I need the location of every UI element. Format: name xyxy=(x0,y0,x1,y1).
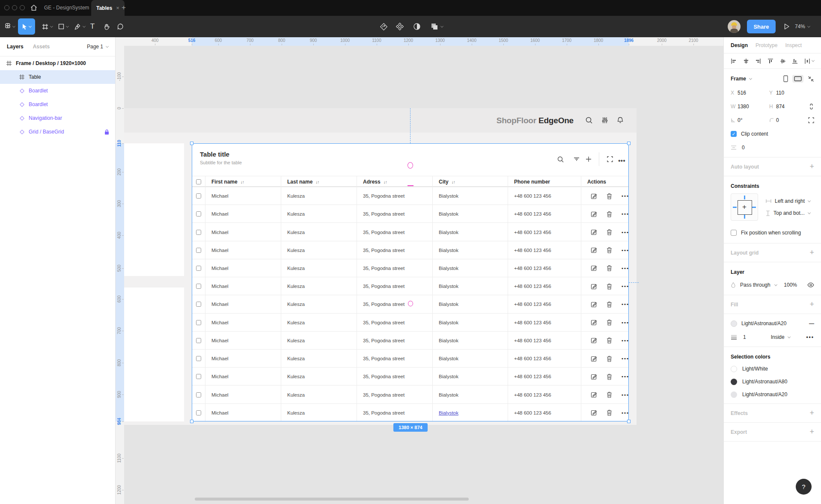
pen-tool-button[interactable] xyxy=(72,16,87,37)
table-row[interactable]: MichaelKulesza35, Pogodna streetBialysto… xyxy=(192,368,628,385)
remove-stroke-icon[interactable]: — xyxy=(809,320,814,326)
present-button[interactable] xyxy=(781,16,792,37)
edit-icon[interactable] xyxy=(591,337,597,344)
navbar-bell-icon[interactable] xyxy=(616,116,624,124)
row-more-icon[interactable]: ••• xyxy=(622,392,629,397)
selection-handle-nw[interactable] xyxy=(190,142,193,145)
table-row[interactable]: MichaelKulesza35, Pogodna streetBialysto… xyxy=(192,205,628,223)
reset-instance-button[interactable] xyxy=(378,16,389,37)
delete-icon[interactable] xyxy=(607,391,612,398)
main-menu-button[interactable] xyxy=(3,16,17,37)
mask-button[interactable] xyxy=(412,16,422,37)
row-more-icon[interactable]: ••• xyxy=(622,320,629,325)
delete-icon[interactable] xyxy=(607,374,612,380)
edit-icon[interactable] xyxy=(591,409,597,416)
blend-mode-dropdown[interactable]: Pass through xyxy=(740,282,770,288)
edit-icon[interactable] xyxy=(591,193,597,199)
tab-ge-designsystem[interactable]: GE - DesignSystem xyxy=(44,0,89,16)
table-filter-icon[interactable] xyxy=(573,156,580,163)
delete-icon[interactable] xyxy=(607,229,612,235)
delete-icon[interactable] xyxy=(607,247,612,253)
traffic-light-close[interactable] xyxy=(4,5,9,10)
table-expand-icon[interactable] xyxy=(607,156,613,163)
delete-icon[interactable] xyxy=(607,356,612,362)
layer-item-navigation-bar[interactable]: Navigation-bar xyxy=(0,111,115,125)
align-vertical-center-icon[interactable] xyxy=(780,58,786,64)
tab-design[interactable]: Design xyxy=(731,42,748,48)
move-tool-button[interactable] xyxy=(18,18,35,35)
row-more-icon[interactable]: ••• xyxy=(622,338,629,343)
create-component-button[interactable] xyxy=(395,16,405,37)
frame-type-dropdown[interactable]: Frame xyxy=(731,76,746,82)
edit-icon[interactable] xyxy=(591,391,597,398)
column-header-actions[interactable]: Actions xyxy=(581,176,629,187)
column-header-first-name[interactable]: First name↓↑ xyxy=(205,176,281,187)
delete-icon[interactable] xyxy=(607,193,612,199)
x-input[interactable]: 516 xyxy=(738,90,769,96)
canvas[interactable]: ShopFloor EdgeOne Table title Subtitle f… xyxy=(116,37,723,504)
align-horizontal-center-icon[interactable] xyxy=(743,58,749,64)
navbar-filters-icon[interactable] xyxy=(601,116,609,124)
boardlet-left-top[interactable] xyxy=(124,143,184,276)
edit-icon[interactable] xyxy=(591,319,597,326)
add-auto-layout-icon[interactable]: + xyxy=(809,162,814,171)
collapse-icon[interactable] xyxy=(808,76,814,82)
boolean-groups-button[interactable] xyxy=(428,16,445,37)
color-swatch[interactable] xyxy=(731,391,737,398)
boardlet-left-bottom[interactable] xyxy=(124,288,184,421)
color-swatch[interactable] xyxy=(731,379,737,385)
navbar-search-icon[interactable] xyxy=(585,116,593,124)
hand-tool-button[interactable] xyxy=(101,16,112,37)
rotation-input[interactable]: 0° xyxy=(738,117,769,123)
table-row[interactable]: MichaelKulesza35, Pogodna streetBialysto… xyxy=(192,314,628,332)
selection-handle-ne[interactable] xyxy=(627,142,631,145)
row-more-icon[interactable]: ••• xyxy=(622,284,629,289)
delete-icon[interactable] xyxy=(607,283,612,290)
distribute-icon[interactable] xyxy=(804,58,814,64)
edit-icon[interactable] xyxy=(591,374,597,380)
align-bottom-icon[interactable] xyxy=(792,58,798,64)
vertical-constraint-dropdown[interactable]: Top and bot... xyxy=(766,210,810,216)
edit-icon[interactable] xyxy=(591,283,597,290)
corner-radius-input[interactable]: 0 xyxy=(776,117,808,123)
row-more-icon[interactable]: ••• xyxy=(622,211,629,216)
align-right-icon[interactable] xyxy=(755,58,761,64)
text-tool-button[interactable]: T xyxy=(87,16,98,37)
add-effect-icon[interactable]: + xyxy=(809,409,814,418)
delete-icon[interactable] xyxy=(607,265,612,271)
row-checkbox[interactable] xyxy=(196,356,201,361)
row-checkbox[interactable] xyxy=(196,230,201,235)
tab-prototype[interactable]: Prototype xyxy=(756,42,777,48)
delete-icon[interactable] xyxy=(607,409,612,416)
selection-handle-sw[interactable] xyxy=(190,420,193,423)
row-more-icon[interactable]: ••• xyxy=(622,193,629,199)
delete-icon[interactable] xyxy=(607,301,612,308)
sort-icon[interactable]: ↓↑ xyxy=(315,180,319,184)
row-more-icon[interactable]: ••• xyxy=(622,356,629,361)
row-checkbox[interactable] xyxy=(196,193,201,199)
layer-item-table[interactable]: Table xyxy=(0,70,115,84)
tab-inspect[interactable]: Inspect xyxy=(785,42,802,48)
row-more-icon[interactable]: ••• xyxy=(622,374,629,379)
edit-icon[interactable] xyxy=(591,211,597,217)
stroke-color-swatch[interactable] xyxy=(731,320,737,327)
table-row[interactable]: MichaelKulesza35, Pogodna streetBialysto… xyxy=(192,404,628,422)
row-checkbox[interactable] xyxy=(196,410,201,415)
stroke-align-dropdown[interactable]: Inside xyxy=(771,334,790,340)
row-checkbox[interactable] xyxy=(196,392,201,397)
chevron-down-icon[interactable] xyxy=(749,77,752,80)
add-export-icon[interactable]: + xyxy=(809,427,814,436)
table-row[interactable]: MichaelKulesza35, Pogodna streetBialysto… xyxy=(192,223,628,241)
row-checkbox[interactable] xyxy=(196,320,201,325)
column-header-city[interactable]: City↓↑ xyxy=(432,176,508,187)
column-header-last-name[interactable]: Last name↓↑ xyxy=(281,176,357,187)
select-all-checkbox[interactable] xyxy=(196,179,201,184)
table-search-icon[interactable] xyxy=(557,156,564,163)
avatar[interactable] xyxy=(728,20,741,33)
visibility-eye-icon[interactable] xyxy=(807,282,814,288)
y-input[interactable]: 110 xyxy=(776,90,808,96)
table-row[interactable]: MichaelKulesza35, Pogodna streetBialysto… xyxy=(192,332,628,350)
add-fill-icon[interactable]: + xyxy=(809,300,814,309)
zoom-control[interactable]: 74% xyxy=(795,16,810,37)
column-header-phone-number[interactable]: Phone number xyxy=(508,176,581,187)
